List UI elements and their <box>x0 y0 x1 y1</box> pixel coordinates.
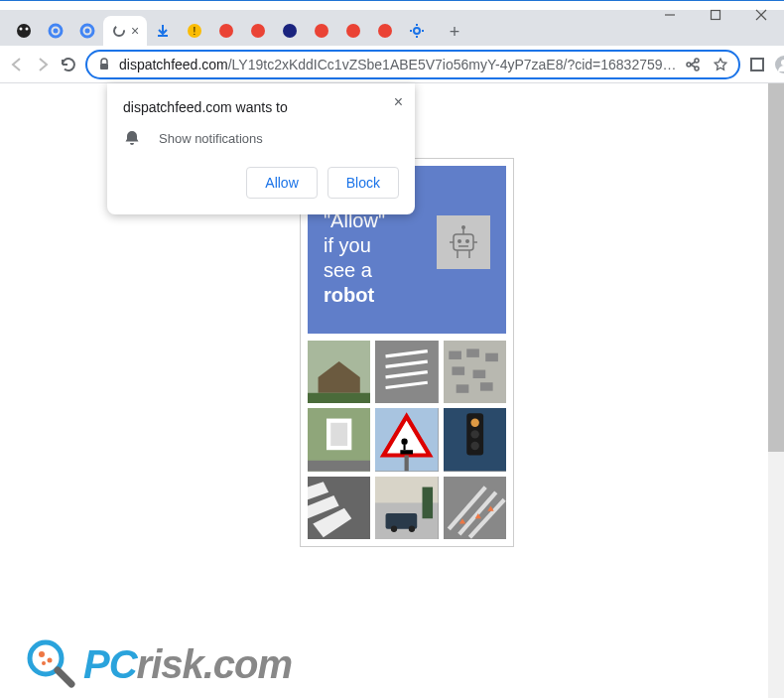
svg-point-75 <box>470 442 478 450</box>
svg-point-20 <box>414 28 420 34</box>
back-button[interactable] <box>8 51 26 78</box>
extensions-icon[interactable] <box>748 53 766 76</box>
grid-cell-2[interactable] <box>375 341 438 403</box>
grid-cell-4[interactable] <box>308 408 370 471</box>
svg-point-19 <box>378 24 392 38</box>
svg-rect-35 <box>454 234 473 250</box>
svg-rect-85 <box>423 487 434 518</box>
svg-rect-29 <box>751 59 763 70</box>
red-icon <box>345 23 361 39</box>
captcha-grid <box>308 341 506 539</box>
svg-point-11 <box>114 26 124 36</box>
tab-8[interactable] <box>242 16 274 46</box>
svg-rect-56 <box>485 353 498 361</box>
svg-point-28 <box>687 63 691 67</box>
svg-text:!: ! <box>194 26 196 37</box>
svg-point-97 <box>42 661 46 665</box>
watermark-text: PCrisk.com <box>83 642 292 687</box>
red-icon <box>377 23 393 39</box>
svg-rect-58 <box>472 370 485 378</box>
allow-button[interactable]: Allow <box>246 167 317 199</box>
svg-point-26 <box>695 59 699 63</box>
grid-cell-8[interactable] <box>375 477 438 539</box>
window-minimize-button[interactable] <box>647 0 693 30</box>
svg-point-96 <box>48 658 53 663</box>
tab-3[interactable] <box>71 16 103 46</box>
svg-point-10 <box>85 29 90 34</box>
svg-rect-64 <box>308 461 370 472</box>
tab-2[interactable] <box>40 16 71 46</box>
url-text: dispatchfeed.com/LY19tc2xKddICc1vZSbe1AB… <box>119 57 677 72</box>
window-maximize-button[interactable] <box>693 0 738 30</box>
svg-rect-48 <box>375 341 438 403</box>
svg-point-67 <box>402 439 408 445</box>
svg-point-37 <box>465 239 469 243</box>
tab-1[interactable] <box>8 16 40 46</box>
tab-7[interactable] <box>210 16 242 46</box>
tab-close-icon[interactable]: × <box>131 23 139 39</box>
grid-cell-7[interactable] <box>308 477 370 539</box>
forward-button[interactable] <box>34 51 52 78</box>
new-tab-button[interactable]: + <box>441 18 468 46</box>
svg-rect-59 <box>456 384 468 392</box>
svg-rect-63 <box>330 423 347 446</box>
tab-6[interactable]: ! <box>179 16 210 46</box>
svg-point-84 <box>409 525 415 531</box>
tab-9[interactable] <box>274 16 306 46</box>
grid-cell-5[interactable] <box>375 408 438 471</box>
svg-rect-47 <box>308 393 370 404</box>
svg-point-83 <box>391 525 397 531</box>
svg-rect-70 <box>405 456 409 472</box>
svg-rect-57 <box>452 366 464 374</box>
tab-10[interactable] <box>306 16 337 46</box>
svg-point-18 <box>346 24 360 38</box>
lock-icon <box>97 58 111 71</box>
tab-4-active[interactable]: × <box>103 16 147 46</box>
tab-11[interactable] <box>337 16 369 46</box>
svg-rect-54 <box>449 351 461 359</box>
popup-title: dispatchfeed.com wants to <box>123 99 399 115</box>
chrome-icon <box>79 23 95 39</box>
grid-cell-9[interactable] <box>444 477 506 539</box>
svg-point-73 <box>470 419 478 427</box>
svg-point-74 <box>470 430 478 438</box>
gear-icon <box>409 23 425 39</box>
grid-cell-6[interactable] <box>444 408 506 471</box>
svg-point-6 <box>26 28 29 31</box>
svg-rect-55 <box>466 349 479 356</box>
download-icon <box>155 23 171 39</box>
bell-icon <box>123 129 141 147</box>
star-icon[interactable] <box>713 57 728 72</box>
grid-cell-3[interactable] <box>444 341 506 403</box>
scrollbar[interactable] <box>768 83 784 698</box>
loading-icon <box>111 23 127 39</box>
tab-12[interactable] <box>369 16 401 46</box>
share-icon[interactable] <box>685 57 701 72</box>
magnifier-icon <box>24 636 79 692</box>
profile-icon[interactable] <box>774 53 784 76</box>
tab-5[interactable] <box>147 16 179 46</box>
blue-dot-icon <box>282 23 298 39</box>
svg-point-4 <box>17 24 31 38</box>
grid-cell-1[interactable] <box>308 341 370 403</box>
tab-13[interactable] <box>401 16 433 46</box>
toolbar: dispatchfeed.com/LY19tc2xKddICc1vZSbe1AB… <box>0 46 784 83</box>
svg-rect-25 <box>100 64 108 70</box>
address-bar[interactable]: dispatchfeed.com/LY19tc2xKddICc1vZSbe1AB… <box>85 50 740 79</box>
chrome-icon <box>48 23 64 39</box>
red-icon <box>218 23 234 39</box>
window-close-button[interactable] <box>738 0 784 30</box>
block-button[interactable]: Block <box>327 167 399 199</box>
svg-line-94 <box>58 670 71 684</box>
svg-point-16 <box>283 24 297 38</box>
svg-point-27 <box>695 67 699 70</box>
popup-option-text: Show notifications <box>159 131 263 146</box>
svg-rect-69 <box>401 451 414 455</box>
svg-point-15 <box>251 24 265 38</box>
reload-button[interactable] <box>60 51 77 78</box>
popup-close-button[interactable]: × <box>394 93 403 111</box>
svg-rect-1 <box>712 11 720 20</box>
svg-point-14 <box>219 24 233 38</box>
svg-point-5 <box>20 28 23 31</box>
red-icon <box>314 23 329 39</box>
